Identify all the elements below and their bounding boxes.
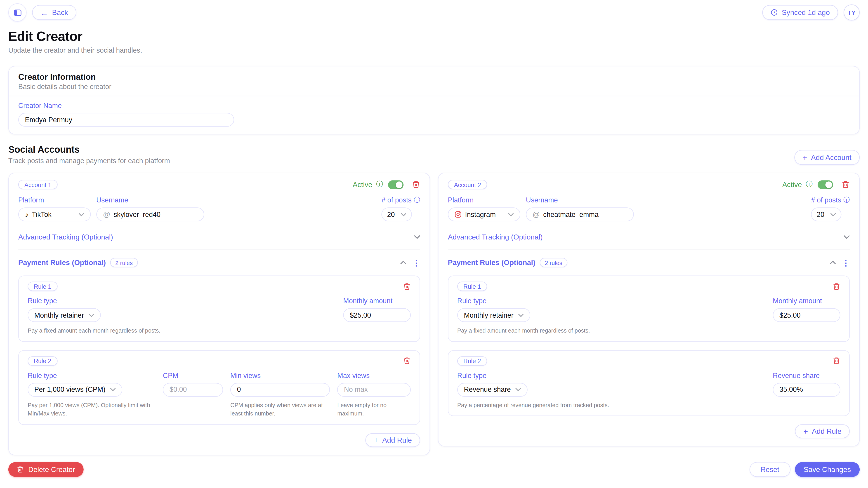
trash-icon [17,466,24,473]
rule-field: Monthly amount $25.00 [773,297,840,335]
info-icon[interactable]: ⓘ [376,181,383,188]
user-avatar[interactable]: TY [844,4,860,21]
field-label: Rule type [457,297,766,305]
chevron-down-icon [831,213,836,216]
field-label: Max views [337,372,411,379]
rule-card: Rule 1 Rule type Monthly retainer Pay a … [448,275,850,342]
field-control[interactable]: $25.00 [773,308,840,322]
username-input[interactable]: @ skylover_red40 [96,207,204,221]
rules-list: Rule 1 Rule type Monthly retainer Pay a … [448,275,850,416]
posts-select[interactable]: 20 [811,207,842,221]
chevron-down-icon [401,213,406,216]
account-card: Account 2 Active ⓘ Platform [438,173,860,447]
plus-icon: + [374,436,378,444]
delete-rule-trash-icon[interactable] [403,357,411,365]
divider [18,250,420,250]
field-helper: Pay per 1,000 views (CPM). Optionally li… [28,401,156,418]
advanced-tracking-toggle[interactable]: Advanced Tracking (Optional) [18,233,420,241]
field-control[interactable]: No max [337,383,411,396]
accounts-grid: Account 1 Active ⓘ Platform ♪ [8,173,860,455]
rule-field: Min views 0 CPM applies only when views … [230,372,330,418]
kebab-menu-icon[interactable]: ⋮ [412,259,420,266]
delete-creator-button[interactable]: Delete Creator [8,462,84,477]
delete-account-trash-icon[interactable] [841,180,850,189]
field-select[interactable]: Per 1,000 views (CPM) [28,383,122,396]
delete-rule-trash-icon[interactable] [403,283,411,290]
rule-field: Max views No max Leave empty for no maxi… [337,372,411,418]
social-accounts-subtitle: Track posts and manage payments for each… [8,157,170,165]
delete-rule-trash-icon[interactable] [833,357,840,365]
save-changes-button[interactable]: Save Changes [795,462,860,477]
back-button-label: Back [52,8,68,17]
field-label: Rule type [457,372,766,379]
field-label: Monthly amount [773,297,840,305]
at-icon: @ [532,210,540,219]
rules-count-badge: 2 rules [110,258,138,267]
sidebar-toggle-button[interactable] [8,3,27,22]
rule-card: Rule 2 Rule type Revenue share Pay a per… [448,350,850,416]
plus-icon: + [803,427,808,435]
username-value: cheatmate_emma [543,210,598,218]
advanced-tracking-toggle[interactable]: Advanced Tracking (Optional) [448,233,850,241]
add-account-button[interactable]: + Add Account [794,150,860,165]
account-badge: Account 2 [448,180,487,189]
rule-field: Revenue share 35.00% [773,372,840,410]
chevron-up-icon[interactable] [830,260,836,264]
rule-field: Monthly amount $25.00 [343,297,411,335]
rule-fields: Rule type Per 1,000 views (CPM) Pay per … [28,372,411,418]
info-icon[interactable]: ⓘ [806,181,813,188]
rule-fields: Rule type Revenue share Pay a percentage… [457,372,840,410]
field-control[interactable]: $0.00 [163,383,223,396]
reset-button[interactable]: Reset [749,462,790,477]
field-control[interactable]: $25.00 [343,308,411,322]
payment-rules-label[interactable]: Payment Rules (Optional) [448,258,535,267]
creator-name-label: Creator Name [18,102,850,109]
field-control[interactable]: 0 [230,383,330,396]
synced-label: Synced 1d ago [782,8,830,17]
field-helper: Leave empty for no maximum. [337,401,411,418]
chevron-up-icon[interactable] [400,260,406,264]
rule-badge: Rule 2 [457,356,487,365]
field-helper: Pay a fixed amount each month regardless… [28,326,336,335]
account-badge: Account 1 [18,180,58,189]
back-button[interactable]: ← Back [32,5,76,20]
chevron-down-icon [518,313,523,317]
delete-rule-trash-icon[interactable] [833,283,840,290]
posts-info-icon[interactable]: ⓘ [414,197,420,203]
platform-label: Platform [448,196,520,204]
field-control[interactable]: 35.00% [773,383,840,396]
field-select[interactable]: Monthly retainer [28,308,100,322]
clock-icon [771,9,778,16]
active-label: Active [782,180,802,189]
creator-name-input[interactable] [18,113,234,127]
back-arrow-icon: ← [40,8,48,16]
avatar-initials: TY [848,9,856,15]
add-rule-button[interactable]: + Add Rule [795,424,850,438]
payment-rules-label[interactable]: Payment Rules (Optional) [18,258,106,267]
rule-fields: Rule type Monthly retainer Pay a fixed a… [28,297,411,335]
posts-info-icon[interactable]: ⓘ [843,197,850,203]
rule-field: Rule type Revenue share Pay a percentage… [457,372,766,410]
field-label: Monthly amount [343,297,411,305]
platform-select[interactable]: ♪ TikTok [18,207,91,221]
sidebar-panel-icon [13,8,22,17]
advanced-tracking-label: Advanced Tracking (Optional) [448,233,542,241]
synced-status-badge[interactable]: Synced 1d ago [763,5,838,20]
plus-icon: + [803,154,807,161]
field-select[interactable]: Monthly retainer [457,308,530,322]
username-input[interactable]: @ cheatmate_emma [526,207,634,221]
username-label: Username [96,196,204,204]
field-select[interactable]: Revenue share [457,383,527,396]
posts-value: 20 [387,210,395,218]
field-label: Rule type [28,297,336,305]
active-toggle[interactable] [817,180,833,189]
posts-value: 20 [817,210,825,218]
active-toggle[interactable] [388,180,404,189]
add-rule-button[interactable]: + Add Rule [366,433,420,447]
posts-select[interactable]: 20 [381,207,412,221]
rules-count-badge: 2 rules [540,258,567,267]
platform-select[interactable]: Instagram [448,207,520,221]
chevron-down-icon [515,388,521,391]
delete-account-trash-icon[interactable] [412,180,420,189]
kebab-menu-icon[interactable]: ⋮ [842,259,850,266]
